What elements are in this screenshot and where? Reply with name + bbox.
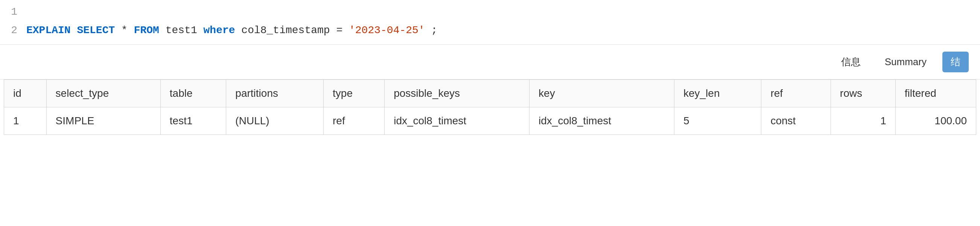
header-row: id select_type table partitions type pos… [4, 80, 976, 107]
cell-key: idx_col8_timest [530, 107, 675, 135]
cell-rows: 1 [830, 107, 895, 135]
summary-button[interactable]: Summary [877, 53, 935, 72]
editor-area: 1 2 EXPLAIN SELECT * FROM test1 where co… [0, 0, 980, 45]
col-rows: rows [830, 80, 895, 107]
col-ref: ref [761, 80, 830, 107]
col-key-len: key_len [674, 80, 761, 107]
cell-ref: const [761, 107, 830, 135]
table-body: 1 SIMPLE test1 (NULL) ref idx_col8_times… [4, 107, 976, 135]
cell-type: ref [324, 107, 385, 135]
result-button[interactable]: 结 [942, 52, 969, 72]
result-table: id select_type table partitions type pos… [4, 80, 976, 135]
condition-column: col8_timestamp = [241, 24, 349, 36]
toolbar-row: 信息 Summary 结 [0, 45, 980, 80]
code-line-1: 1 [0, 4, 980, 20]
code-line-2: 2 EXPLAIN SELECT * FROM test1 where col8… [0, 20, 980, 41]
table-name: test1 [165, 24, 204, 36]
col-possible-keys: possible_keys [385, 80, 530, 107]
col-partitions: partitions [226, 80, 324, 107]
info-button[interactable]: 信息 [833, 52, 869, 72]
col-select-type: select_type [46, 80, 160, 107]
cell-id: 1 [4, 107, 47, 135]
cell-table: test1 [160, 107, 226, 135]
cell-select-type: SIMPLE [46, 107, 160, 135]
col-type: type [324, 80, 385, 107]
keyword-where: where [204, 24, 235, 36]
col-filtered: filtered [895, 80, 976, 107]
table-wrapper: id select_type table partitions type pos… [0, 80, 980, 135]
col-id: id [4, 80, 47, 107]
keyword-explain-select: EXPLAIN SELECT [26, 24, 115, 36]
line-number-2: 2 [0, 24, 26, 36]
col-table: table [160, 80, 226, 107]
code-content-2: EXPLAIN SELECT * FROM test1 where col8_t… [26, 22, 438, 38]
cell-partitions: (NULL) [226, 107, 324, 135]
condition-value: '2023-04-25' [349, 24, 425, 36]
cell-possible-keys: idx_col8_timest [385, 107, 530, 135]
table-header: id select_type table partitions type pos… [4, 80, 976, 107]
operator-star: * [121, 24, 134, 36]
keyword-from: FROM [134, 24, 159, 36]
col-key: key [530, 80, 675, 107]
cell-key-len: 5 [674, 107, 761, 135]
table-row: 1 SIMPLE test1 (NULL) ref idx_col8_times… [4, 107, 976, 135]
semicolon: ; [431, 24, 438, 36]
cell-filtered: 100.00 [895, 107, 976, 135]
line-number-1: 1 [0, 6, 26, 18]
